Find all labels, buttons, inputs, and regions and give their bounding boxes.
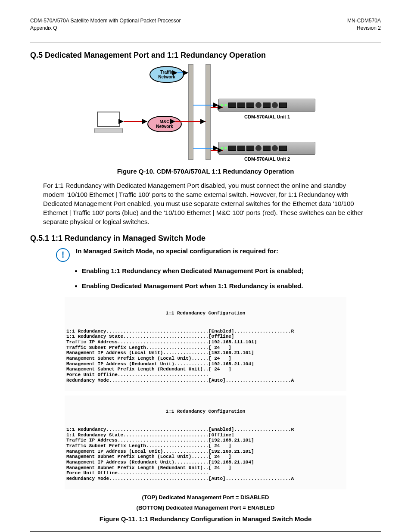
header-left: CDM-570A/570A Satellite Modem with Optio… <box>30 17 181 32</box>
modem-unit-1 <box>218 99 315 112</box>
terminal-title: 1:1 Redundancy Configuration <box>66 311 345 316</box>
note-row: ! In Managed Switch Mode, no special con… <box>56 247 381 262</box>
header-appendix: Appendix Q <box>30 25 181 32</box>
terminal-output-bottom: 1:1 Redundancy Configuration 1:1 Redunda… <box>65 395 346 489</box>
redundancy-diagram: Traffic Network M&C Network CDM-570A/AL … <box>93 64 318 163</box>
header-rule <box>30 43 381 43</box>
bullet-item: Enabling 1:1 Redundancy when Dedicated M… <box>82 267 381 274</box>
laptop-icon <box>93 112 124 133</box>
header-product: CDM-570A/570A Satellite Modem with Optio… <box>30 17 181 25</box>
switch-bar-red <box>206 64 211 160</box>
terminal-body: 1:1 Redundancy..........................… <box>66 329 345 383</box>
note-text: In Managed Switch Mode, no special confi… <box>76 247 278 255</box>
modem-unit-2 <box>218 142 315 155</box>
bullet-item: Enabling Dedicated Management Port when … <box>82 282 381 289</box>
switch-bar-blue <box>188 64 193 160</box>
header-docnum: MN-CDM570A <box>347 17 381 25</box>
figure-q10-caption: Figure Q-10. CDM-570A/570AL 1:1 Redundan… <box>30 168 381 175</box>
page-header: CDM-570A/570A Satellite Modem with Optio… <box>30 17 381 32</box>
unit2-label: CDM-570A/AL Unit 2 <box>244 156 290 162</box>
terminal-title: 1:1 Redundancy Configuration <box>66 409 345 414</box>
section-q51-heading: Q.5.1 1:1 Redundancy in Managed Switch M… <box>30 234 381 243</box>
q5-body-paragraph: For 1:1 Redundancy with Dedicated Manage… <box>43 181 368 226</box>
terminal-output-top: 1:1 Redundancy Configuration 1:1 Redunda… <box>65 297 346 391</box>
unit1-label: CDM-570A/AL Unit 1 <box>244 114 290 119</box>
section-q5-heading: Q.5 Dedicated Management Port and 1:1 Re… <box>30 51 381 60</box>
mc-network-cloud: M&C Network <box>147 116 182 132</box>
terminal-caption-top: (TOP) Dedicated Management Port = DISABL… <box>30 494 381 501</box>
info-icon: ! <box>56 248 70 262</box>
terminal-caption-bottom: (BOTTOM) Dedicated Management Port = ENA… <box>30 504 381 512</box>
header-revision: Revision 2 <box>347 25 381 32</box>
traffic-network-cloud: Traffic Network <box>149 66 184 83</box>
figure-q11-caption: Figure Q-11. 1:1 Redundancy Configuratio… <box>30 515 381 523</box>
footer-rule <box>30 531 381 532</box>
header-right: MN-CDM570A Revision 2 <box>347 17 381 32</box>
figure-q10: Traffic Network M&C Network CDM-570A/AL … <box>30 64 381 163</box>
terminal-body: 1:1 Redundancy..........................… <box>66 427 345 481</box>
note-bullet-list: Enabling 1:1 Redundancy when Dedicated M… <box>82 267 381 289</box>
